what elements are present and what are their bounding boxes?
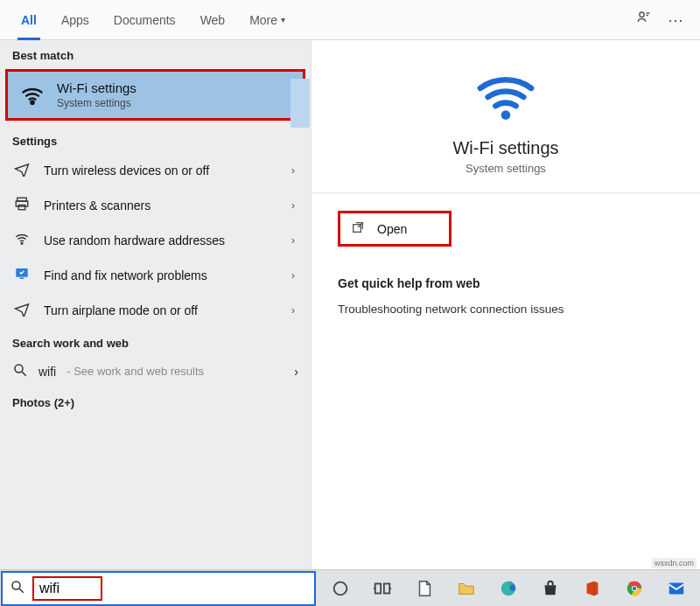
- taskbar-app-store[interactable]: [529, 570, 571, 607]
- setting-label: Find and fix network problems: [44, 268, 279, 282]
- taskbar: [0, 569, 700, 606]
- quick-help-heading: Get quick help from web: [338, 276, 674, 290]
- wifi-icon: [475, 66, 536, 131]
- svg-point-14: [334, 582, 347, 595]
- svg-line-13: [19, 589, 24, 593]
- preview-subtitle: System settings: [466, 162, 546, 175]
- setting-printers-scanners[interactable]: Printers & scanners ›: [0, 188, 311, 223]
- svg-rect-16: [384, 583, 389, 593]
- svg-point-0: [640, 12, 644, 17]
- taskbar-search[interactable]: [1, 571, 316, 606]
- chevron-right-icon: ›: [291, 164, 298, 177]
- web-search-hint: - See work and web results: [66, 365, 204, 378]
- section-best-match: Best match: [0, 40, 311, 67]
- taskbar-app-edge[interactable]: [487, 570, 529, 607]
- svg-rect-15: [375, 583, 381, 593]
- task-view-icon: [373, 579, 392, 598]
- svg-point-1: [31, 101, 33, 103]
- svg-rect-7: [20, 278, 24, 280]
- search-tabs: All Apps Documents Web More▾ ⋯: [0, 0, 700, 40]
- document-icon: [415, 579, 434, 598]
- wifi-icon: [20, 83, 45, 108]
- section-search-work-web: Search work and web: [0, 328, 311, 355]
- tab-apps[interactable]: Apps: [49, 0, 102, 40]
- edge-icon: [499, 579, 518, 598]
- setting-label: Turn wireless devices on or off: [44, 164, 279, 178]
- open-label: Open: [377, 222, 407, 236]
- section-settings: Settings: [0, 126, 311, 153]
- tab-web[interactable]: Web: [188, 0, 238, 40]
- section-photos[interactable]: Photos (2+): [0, 387, 311, 414]
- svg-point-12: [12, 582, 20, 589]
- svg-point-8: [15, 365, 23, 373]
- best-match-subtitle: System settings: [57, 97, 136, 109]
- printer-icon: [12, 196, 32, 215]
- taskbar-app-libreoffice[interactable]: [403, 570, 445, 607]
- chevron-right-icon: ›: [291, 269, 298, 282]
- svg-point-10: [501, 110, 511, 120]
- chrome-icon: [625, 579, 644, 598]
- open-button[interactable]: Open: [338, 211, 452, 247]
- best-match-result[interactable]: Wi-Fi settings System settings: [5, 69, 305, 121]
- taskbar-cortana[interactable]: [319, 570, 361, 607]
- airplane-icon: [12, 301, 32, 320]
- shopping-bag-icon: [541, 579, 560, 598]
- setting-airplane-mode[interactable]: Turn airplane mode on or off ›: [0, 293, 311, 328]
- taskbar-app-files[interactable]: [445, 570, 487, 607]
- search-icon: [3, 579, 32, 598]
- chevron-right-icon: ›: [291, 304, 298, 317]
- wifi-icon: [12, 231, 32, 250]
- setting-label: Printers & scanners: [44, 199, 279, 212]
- airplane-icon: [12, 161, 32, 180]
- preview-hero: Wi-Fi settings System settings: [312, 66, 700, 192]
- search-input[interactable]: [39, 581, 92, 596]
- web-search-suggestion[interactable]: wifi - See work and web results ›: [0, 355, 311, 387]
- help-link-network-troubleshoot[interactable]: Troubleshooting network connection issue…: [338, 303, 674, 316]
- tab-documents[interactable]: Documents: [102, 0, 188, 40]
- svg-line-9: [22, 372, 26, 376]
- quick-help: Get quick help from web Troubleshooting …: [338, 276, 674, 316]
- setting-label: Turn airplane mode on or off: [44, 303, 279, 317]
- chevron-down-icon: ▾: [281, 15, 285, 24]
- taskbar-task-view[interactable]: [361, 570, 403, 607]
- chevron-right-icon: ›: [291, 199, 298, 212]
- tab-more[interactable]: More▾: [237, 0, 298, 40]
- office-icon: [583, 579, 602, 598]
- preview-title: Wi-Fi settings: [452, 138, 558, 158]
- more-options-icon[interactable]: ⋯: [660, 10, 691, 30]
- svg-point-5: [21, 242, 23, 244]
- watermark: wsxdn.com: [652, 558, 696, 568]
- svg-point-22: [633, 586, 636, 589]
- best-match-title: Wi-Fi settings: [57, 80, 136, 95]
- setting-random-hw-addr[interactable]: Use random hardware addresses ›: [0, 223, 311, 258]
- svg-rect-4: [18, 205, 25, 210]
- tab-all[interactable]: All: [9, 0, 49, 40]
- selection-strip: [290, 79, 310, 128]
- search-input-highlight: [32, 576, 102, 601]
- troubleshoot-icon: [12, 266, 32, 285]
- setting-network-troubleshoot[interactable]: Find and fix network problems ›: [0, 258, 311, 293]
- folder-icon: [457, 579, 476, 598]
- circle-icon: [331, 579, 350, 598]
- results-panel: Best match Wi-Fi settings System setting…: [0, 40, 311, 569]
- taskbar-app-office[interactable]: [571, 570, 613, 607]
- chevron-right-icon: ›: [294, 365, 298, 379]
- open-icon: [351, 220, 365, 237]
- taskbar-app-mail[interactable]: [655, 570, 697, 607]
- setting-wireless-toggle[interactable]: Turn wireless devices on or off ›: [0, 153, 311, 188]
- chevron-right-icon: ›: [291, 234, 298, 247]
- preview-panel: Wi-Fi settings System settings Open Get …: [311, 40, 700, 569]
- mail-icon: [667, 579, 686, 598]
- search-icon: [12, 362, 28, 380]
- feedback-icon[interactable]: [628, 9, 660, 31]
- setting-label: Use random hardware addresses: [44, 233, 279, 247]
- taskbar-app-chrome[interactable]: [613, 570, 655, 607]
- web-search-term: wifi: [38, 365, 56, 379]
